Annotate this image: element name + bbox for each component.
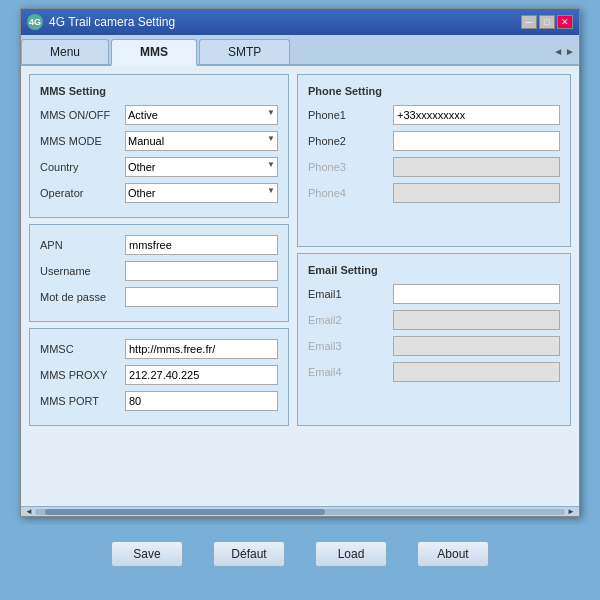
- label-country: Country: [40, 161, 125, 173]
- form-row-email1: Email1: [308, 284, 560, 304]
- form-row-mmsc: MMSC: [40, 339, 278, 359]
- form-row-phone3: Phone3: [308, 157, 560, 177]
- input-email3: [393, 336, 560, 356]
- label-mms-port: MMS PORT: [40, 395, 125, 407]
- email-setting-title: Email Setting: [308, 264, 560, 276]
- select-wrap-operator: Other Orange SFR Free: [125, 183, 278, 203]
- input-phone3: [393, 157, 560, 177]
- about-button[interactable]: About: [417, 541, 489, 567]
- titlebar: 4G 4G Trail camera Setting ─ □ ✕: [21, 9, 579, 35]
- main-content: MMS Setting MMS ON/OFF Active Inactive M…: [21, 66, 579, 506]
- phone-setting-panel: Phone Setting Phone1 Phone2 Phone3: [297, 74, 571, 247]
- app-icon: 4G: [27, 14, 43, 30]
- apn-setting-panel: APN Username Mot de passe: [29, 224, 289, 322]
- tab-mms[interactable]: MMS: [111, 39, 197, 66]
- input-apn[interactable]: [125, 235, 278, 255]
- defaut-button[interactable]: Défaut: [213, 541, 285, 567]
- form-row-username: Username: [40, 261, 278, 281]
- form-row-operator: Operator Other Orange SFR Free: [40, 183, 278, 203]
- input-email1[interactable]: [393, 284, 560, 304]
- scrollbar-thumb[interactable]: [45, 509, 325, 515]
- select-country[interactable]: Other France UK USA: [125, 157, 278, 177]
- horizontal-scrollbar: ◄ ►: [21, 506, 579, 516]
- titlebar-left: 4G 4G Trail camera Setting: [27, 14, 175, 30]
- tab-smtp[interactable]: SMTP: [199, 39, 290, 64]
- phone-setting-title: Phone Setting: [308, 85, 560, 97]
- label-apn: APN: [40, 239, 125, 251]
- input-email2: [393, 310, 560, 330]
- scroll-right-arrow[interactable]: ►: [565, 507, 577, 516]
- select-operator[interactable]: Other Orange SFR Free: [125, 183, 278, 203]
- input-mms-port[interactable]: [125, 391, 278, 411]
- label-operator: Operator: [40, 187, 125, 199]
- scrollbar-track[interactable]: [35, 509, 565, 515]
- input-phone2[interactable]: [393, 131, 560, 151]
- close-button[interactable]: ✕: [557, 15, 573, 29]
- input-password[interactable]: [125, 287, 278, 307]
- label-mms-proxy: MMS PROXY: [40, 369, 125, 381]
- content-row-main: MMS Setting MMS ON/OFF Active Inactive M…: [29, 74, 571, 426]
- label-username: Username: [40, 265, 125, 277]
- form-row-email4: Email4: [308, 362, 560, 382]
- tab-bar: Menu MMS SMTP ◄ ►: [21, 35, 579, 66]
- form-row-phone4: Phone4: [308, 183, 560, 203]
- tab-menu[interactable]: Menu: [21, 39, 109, 64]
- right-column: Phone Setting Phone1 Phone2 Phone3: [297, 74, 571, 426]
- mms-setting-panel: MMS Setting MMS ON/OFF Active Inactive M…: [29, 74, 289, 218]
- label-email1: Email1: [308, 288, 393, 300]
- select-wrap-mms-mode: Manual Auto: [125, 131, 278, 151]
- select-mms-mode[interactable]: Manual Auto: [125, 131, 278, 151]
- form-row-mms-onoff: MMS ON/OFF Active Inactive: [40, 105, 278, 125]
- load-button[interactable]: Load: [315, 541, 387, 567]
- label-mmsc: MMSC: [40, 343, 125, 355]
- input-username[interactable]: [125, 261, 278, 281]
- label-mms-mode: MMS MODE: [40, 135, 125, 147]
- select-mms-onoff[interactable]: Active Inactive: [125, 105, 278, 125]
- mmsc-setting-panel: MMSC MMS PROXY MMS PORT: [29, 328, 289, 426]
- form-row-apn: APN: [40, 235, 278, 255]
- label-password: Mot de passe: [40, 291, 125, 303]
- titlebar-controls: ─ □ ✕: [521, 15, 573, 29]
- tab-next-arrow[interactable]: ►: [565, 46, 575, 57]
- maximize-button[interactable]: □: [539, 15, 555, 29]
- main-window: 4G 4G Trail camera Setting ─ □ ✕ Menu MM…: [20, 8, 580, 517]
- label-mms-onoff: MMS ON/OFF: [40, 109, 125, 121]
- form-row-phone1: Phone1: [308, 105, 560, 125]
- bottom-bar: Save Défaut Load About: [0, 525, 600, 577]
- tab-prev-arrow[interactable]: ◄: [553, 46, 563, 57]
- label-email4: Email4: [308, 366, 393, 378]
- left-column: MMS Setting MMS ON/OFF Active Inactive M…: [29, 74, 289, 426]
- tab-arrows: ◄ ►: [549, 39, 579, 64]
- label-phone3: Phone3: [308, 161, 393, 173]
- label-phone2: Phone2: [308, 135, 393, 147]
- form-row-email2: Email2: [308, 310, 560, 330]
- form-row-phone2: Phone2: [308, 131, 560, 151]
- mms-setting-title: MMS Setting: [40, 85, 278, 97]
- form-row-mms-proxy: MMS PROXY: [40, 365, 278, 385]
- input-mmsc[interactable]: [125, 339, 278, 359]
- minimize-button[interactable]: ─: [521, 15, 537, 29]
- form-row-mms-port: MMS PORT: [40, 391, 278, 411]
- save-button[interactable]: Save: [111, 541, 183, 567]
- form-row-email3: Email3: [308, 336, 560, 356]
- label-email3: Email3: [308, 340, 393, 352]
- form-row-country: Country Other France UK USA: [40, 157, 278, 177]
- label-phone1: Phone1: [308, 109, 393, 121]
- input-mms-proxy[interactable]: [125, 365, 278, 385]
- form-row-mms-mode: MMS MODE Manual Auto: [40, 131, 278, 151]
- input-email4: [393, 362, 560, 382]
- select-wrap-mms-onoff: Active Inactive: [125, 105, 278, 125]
- label-phone4: Phone4: [308, 187, 393, 199]
- window-title: 4G Trail camera Setting: [49, 15, 175, 29]
- scroll-left-arrow[interactable]: ◄: [23, 507, 35, 516]
- email-setting-panel: Email Setting Email1 Email2 Email3: [297, 253, 571, 426]
- label-email2: Email2: [308, 314, 393, 326]
- input-phone4: [393, 183, 560, 203]
- form-row-password: Mot de passe: [40, 287, 278, 307]
- input-phone1[interactable]: [393, 105, 560, 125]
- select-wrap-country: Other France UK USA: [125, 157, 278, 177]
